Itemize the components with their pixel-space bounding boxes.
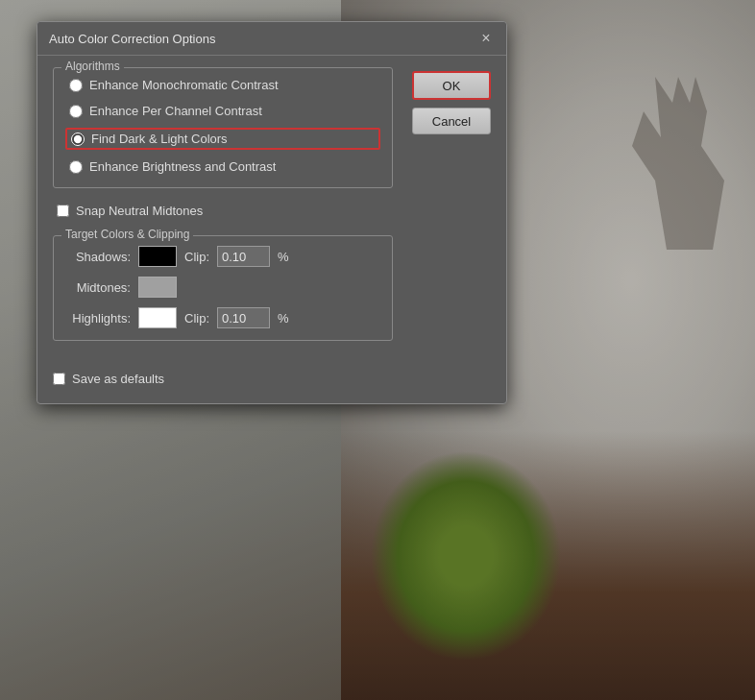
radio-brightness-contrast-label: Enhance Brightness and Contrast <box>89 159 276 174</box>
save-defaults-checkbox[interactable] <box>53 373 65 385</box>
radio-find-dark-light[interactable] <box>71 133 85 146</box>
cancel-button[interactable]: Cancel <box>412 108 491 134</box>
dialog-body: Algorithms Enhance Monochromatic Contras… <box>37 56 506 368</box>
close-button[interactable]: × <box>477 30 495 47</box>
highlights-row: Highlights: Clip: % <box>65 307 380 328</box>
snap-neutral-label: Snap Neutral Midtones <box>76 204 203 218</box>
radio-row-brightness-contrast[interactable]: Enhance Brightness and Contrast <box>65 157 380 176</box>
shadows-clip-label: Clip: <box>184 250 209 264</box>
highlights-label: Highlights: <box>65 311 131 326</box>
right-panel: OK Cancel <box>404 67 491 352</box>
algorithms-group: Algorithms Enhance Monochromatic Contras… <box>53 67 393 188</box>
radio-monochromatic-label: Enhance Monochromatic Contrast <box>89 78 279 92</box>
auto-color-correction-dialog: Auto Color Correction Options × Algorith… <box>37 21 507 404</box>
radio-row-find-dark-light[interactable]: Find Dark & Light Colors <box>65 128 380 150</box>
midtones-label: Midtones: <box>65 280 131 295</box>
dialog-footer: Save as defaults <box>37 368 506 403</box>
shadows-clip-input[interactable] <box>217 246 270 267</box>
radio-find-dark-light-label: Find Dark & Light Colors <box>91 132 228 146</box>
ok-button[interactable]: OK <box>412 71 491 100</box>
dialog-title: Auto Color Correction Options <box>49 32 215 46</box>
midtones-row: Midtones: <box>65 277 380 298</box>
algorithms-group-label: Algorithms <box>61 60 124 73</box>
target-colors-group: Target Colors & Clipping Shadows: Clip: … <box>53 235 393 341</box>
midtones-swatch[interactable] <box>138 277 177 298</box>
radio-row-monochromatic[interactable]: Enhance Monochromatic Contrast <box>65 76 380 94</box>
shadows-percent: % <box>278 250 289 264</box>
highlights-clip-input[interactable] <box>217 307 270 328</box>
highlights-percent: % <box>278 311 289 326</box>
radio-brightness-contrast[interactable] <box>69 160 83 174</box>
highlights-swatch[interactable] <box>138 307 177 328</box>
save-defaults-row[interactable]: Save as defaults <box>53 368 491 390</box>
radio-row-per-channel[interactable]: Enhance Per Channel Contrast <box>65 102 380 120</box>
snap-neutral-checkbox[interactable] <box>57 205 69 217</box>
shadows-row: Shadows: Clip: % <box>65 246 380 267</box>
radio-per-channel-label: Enhance Per Channel Contrast <box>89 104 262 118</box>
left-panel: Algorithms Enhance Monochromatic Contras… <box>53 67 393 352</box>
snap-neutral-row[interactable]: Snap Neutral Midtones <box>53 200 393 222</box>
radio-per-channel[interactable] <box>69 105 83 118</box>
highlights-clip-label: Clip: <box>184 311 209 326</box>
save-defaults-label: Save as defaults <box>72 372 164 386</box>
shadows-swatch[interactable] <box>138 246 177 267</box>
shadows-label: Shadows: <box>65 250 131 264</box>
dialog-titlebar: Auto Color Correction Options × <box>37 22 506 56</box>
radio-monochromatic[interactable] <box>69 79 83 92</box>
target-group-label: Target Colors & Clipping <box>61 228 193 241</box>
